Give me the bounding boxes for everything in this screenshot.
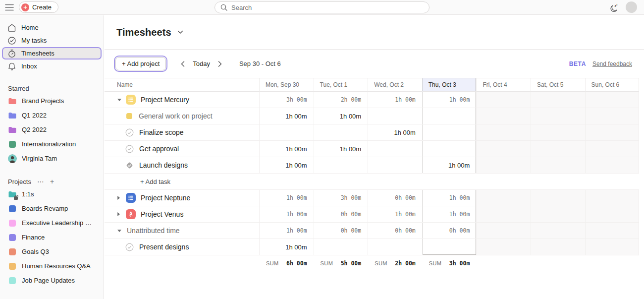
sidebar-item-internationalization[interactable]: Internationalization <box>0 137 104 151</box>
time-cell[interactable]: 0h 00m <box>368 190 422 206</box>
time-cell[interactable] <box>476 157 531 174</box>
task-name[interactable]: Get approval <box>139 145 179 153</box>
task-name[interactable]: General work on project <box>139 112 213 120</box>
search-input[interactable]: Search <box>215 1 429 13</box>
time-cell[interactable] <box>585 206 640 223</box>
sidebar-item-executive-leadership-gr[interactable]: Executive Leadership Gr... <box>0 216 104 230</box>
next-week-chevron-icon[interactable] <box>215 59 225 69</box>
time-cell[interactable] <box>368 239 422 255</box>
sidebar-item-virginia-tam[interactable]: Virginia Tam <box>0 151 104 166</box>
sidebar-item-my-tasks[interactable]: My tasks <box>2 34 102 47</box>
time-cell[interactable] <box>531 206 585 223</box>
sidebar-item-q1-2022[interactable]: Q1 2022 <box>0 108 104 122</box>
time-cell[interactable]: 3h 00m <box>314 190 368 206</box>
time-cell[interactable]: 1h 00m <box>422 190 477 206</box>
time-cell[interactable] <box>422 239 477 255</box>
today-button[interactable]: Today <box>193 60 210 67</box>
time-cell[interactable] <box>314 239 368 255</box>
sidebar-item-goals-q3[interactable]: Goals Q3 <box>0 244 104 259</box>
create-button[interactable]: + Create <box>19 1 58 13</box>
time-cell[interactable]: 1h 00m <box>314 141 368 157</box>
time-cell[interactable]: 1h 00m <box>259 239 314 255</box>
time-cell[interactable]: 1h 00m <box>259 108 314 124</box>
title-dropdown-chevron-icon[interactable] <box>177 30 183 34</box>
time-cell[interactable] <box>585 223 640 239</box>
time-cell[interactable] <box>585 92 640 108</box>
time-cell[interactable] <box>585 190 640 206</box>
time-cell[interactable] <box>476 190 531 206</box>
sidebar-item-q2-2022[interactable]: Q2 2022 <box>0 122 104 137</box>
time-cell[interactable] <box>476 223 531 239</box>
time-cell[interactable] <box>476 92 531 108</box>
time-cell[interactable] <box>531 108 585 124</box>
caret-right-icon[interactable] <box>117 195 122 200</box>
time-cell[interactable]: 1h 00m <box>368 92 422 108</box>
caret-down-icon[interactable] <box>117 98 122 102</box>
time-cell[interactable]: 3h 00m <box>259 92 314 108</box>
send-feedback-link[interactable]: Send feedback <box>592 60 632 67</box>
sidebar-item-human-resources-q-a[interactable]: Human Resources Q&A <box>0 259 104 273</box>
caret-down-icon[interactable] <box>117 229 122 233</box>
time-cell[interactable]: 1h 00m <box>259 223 314 239</box>
project-name[interactable]: Project Mercury <box>141 96 189 104</box>
sidebar-item-brand-projects[interactable]: Brand Projects <box>0 94 104 108</box>
time-cell[interactable]: 0h 00m <box>314 223 368 239</box>
time-cell[interactable]: 1h 00m <box>368 206 422 223</box>
time-cell[interactable] <box>531 124 585 141</box>
hamburger-menu-icon[interactable] <box>0 0 19 15</box>
project-name[interactable]: Project Neptune <box>141 194 190 202</box>
do-not-disturb-moon-icon[interactable]: z z <box>610 3 619 12</box>
sidebar-item-timesheets[interactable]: Timesheets <box>2 47 102 60</box>
add-task-button[interactable]: + Add task <box>105 174 639 190</box>
caret-right-icon[interactable] <box>117 212 122 217</box>
time-cell[interactable]: 1h 00m <box>368 124 422 141</box>
sidebar-item-1-1s[interactable]: 1:1s <box>0 187 104 201</box>
time-cell[interactable] <box>422 124 477 141</box>
time-cell[interactable]: 1h 00m <box>314 108 368 124</box>
time-cell[interactable]: 0h 00m <box>422 223 477 239</box>
time-cell[interactable]: 0h 00m <box>314 206 368 223</box>
task-name[interactable]: Present designs <box>139 243 189 251</box>
time-cell[interactable] <box>259 124 314 141</box>
time-cell[interactable]: 1h 00m <box>259 206 314 223</box>
time-cell[interactable] <box>476 141 531 157</box>
sidebar-item-boards-revamp[interactable]: Boards Revamp <box>0 201 104 216</box>
sidebar-item-finance[interactable]: Finance <box>0 230 104 244</box>
task-check-circle-icon[interactable] <box>125 128 134 137</box>
time-cell[interactable] <box>476 206 531 223</box>
project-name[interactable]: Unattributed time <box>127 227 180 235</box>
sidebar-item-job-page-updates[interactable]: Job Page Updates <box>0 273 104 288</box>
sidebar-item-inbox[interactable]: Inbox <box>2 60 102 72</box>
time-cell[interactable] <box>368 157 422 174</box>
time-cell[interactable] <box>314 124 368 141</box>
project-name[interactable]: Project Venus <box>141 210 183 218</box>
task-check-circle-icon[interactable] <box>125 145 134 153</box>
task-name[interactable]: Launch designs <box>139 161 188 169</box>
section-more-icon[interactable]: ⋯ <box>37 179 44 184</box>
time-cell[interactable] <box>585 239 640 255</box>
time-cell[interactable]: 0h 00m <box>368 223 422 239</box>
time-cell[interactable] <box>476 239 531 255</box>
milestone-completed-icon[interactable] <box>125 161 134 170</box>
time-cell[interactable]: 1h 00m <box>259 157 314 174</box>
previous-week-chevron-icon[interactable] <box>178 59 188 69</box>
time-cell[interactable] <box>531 157 585 174</box>
add-project-button[interactable]: + Add project <box>115 57 166 70</box>
time-cell[interactable] <box>476 108 531 124</box>
sidebar-item-home[interactable]: Home <box>2 21 102 34</box>
time-cell[interactable] <box>585 141 640 157</box>
time-cell[interactable] <box>531 141 585 157</box>
time-cell[interactable] <box>531 190 585 206</box>
user-avatar[interactable] <box>626 1 637 13</box>
time-cell[interactable] <box>531 223 585 239</box>
time-cell[interactable] <box>585 157 640 174</box>
task-name[interactable]: Finalize scope <box>139 128 184 136</box>
time-cell[interactable]: 1h 00m <box>422 206 477 223</box>
time-cell[interactable] <box>476 124 531 141</box>
time-cell[interactable] <box>531 92 585 108</box>
time-cell[interactable] <box>422 141 477 157</box>
time-cell[interactable]: 1h 00m <box>259 141 314 157</box>
time-cell[interactable] <box>585 124 640 141</box>
time-cell[interactable] <box>368 108 422 124</box>
time-cell[interactable]: 1h 00m <box>422 157 477 174</box>
